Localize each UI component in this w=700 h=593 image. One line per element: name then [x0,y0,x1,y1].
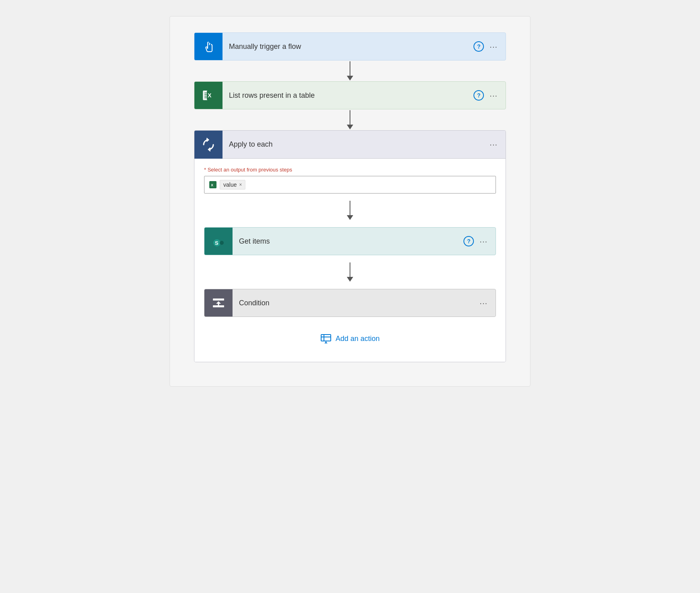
chip-excel-svg: X [210,182,216,188]
apply-each-more-button[interactable]: ··· [490,140,498,149]
list-rows-more-button[interactable]: ··· [490,91,498,100]
add-action-icon [320,333,332,344]
trigger-more-button[interactable]: ··· [490,42,498,51]
arrow-head-2 [347,125,353,129]
arrow-1 [347,61,353,81]
condition-block[interactable]: Condition ··· [204,289,496,317]
condition-icon-bg [204,289,233,317]
arrow-head-3 [347,215,353,220]
apply-each-actions: ··· [490,140,506,149]
apply-icon-bg [194,131,223,159]
value-chip: value × [220,180,245,190]
apply-each-container: Apply to each ··· * Select an output fro… [194,130,506,362]
trigger-help-button[interactable]: ? [473,41,484,52]
apply-each-content: * Select an output from previous steps X… [194,159,506,362]
output-input-box[interactable]: X value × [204,176,496,194]
arrow-2 [347,110,353,129]
add-action-area: Add an action [204,317,496,352]
flow-canvas: Manually trigger a flow ? ··· X List row… [170,16,530,387]
arrow-head-1 [347,76,353,81]
trigger-icon-bg [194,32,223,61]
add-action-label: Add an action [336,335,380,343]
arrow-4 [204,262,496,282]
list-rows-help-button[interactable]: ? [473,90,484,101]
chip-close-button[interactable]: × [239,182,242,188]
svg-rect-19 [321,335,331,341]
apply-each-header[interactable]: Apply to each ··· [194,131,506,159]
list-rows-label: List rows present in a table [223,91,473,100]
trigger-label: Manually trigger a flow [223,42,473,51]
arrow-line-1 [350,61,350,76]
getitems-icon-bg: S [204,227,233,255]
get-items-more-button[interactable]: ··· [479,237,488,246]
svg-rect-23 [326,341,326,342]
arrow-line-2 [350,110,350,125]
svg-rect-16 [213,305,224,307]
select-output-label: * Select an output from previous steps [204,167,496,173]
condition-more-button[interactable]: ··· [479,299,488,308]
get-items-label: Get items [233,237,463,246]
svg-text:S: S [215,240,218,246]
trigger-block[interactable]: Manually trigger a flow ? ··· [194,32,506,61]
svg-point-14 [220,241,224,245]
trigger-actions: ? ··· [473,41,506,52]
getitems-icon: S [211,234,226,248]
trigger-icon [201,39,216,54]
add-action-button[interactable]: Add an action [320,333,380,344]
list-rows-actions: ? ··· [473,90,506,101]
get-items-help-button[interactable]: ? [463,236,474,246]
svg-rect-15 [213,299,224,301]
chip-label: value [223,182,237,188]
get-items-actions: ? ··· [463,236,496,246]
get-items-block[interactable]: S Get items ? ··· [204,227,496,255]
condition-icon [211,296,226,310]
arrow-line-3 [350,201,350,215]
arrow-head-4 [347,277,353,282]
condition-label: Condition [233,299,479,307]
excel-icon-bg: X [194,81,223,109]
chip-excel-icon: X [209,181,216,188]
apply-each-label: Apply to each [223,140,490,149]
arrow-3 [204,201,496,220]
arrow-line-4 [350,262,350,277]
list-rows-block[interactable]: X List rows present in a table ? ··· [194,81,506,109]
excel-icon: X [201,88,216,103]
apply-each-icon [201,137,216,152]
condition-actions: ··· [479,299,496,308]
svg-text:X: X [211,183,213,187]
